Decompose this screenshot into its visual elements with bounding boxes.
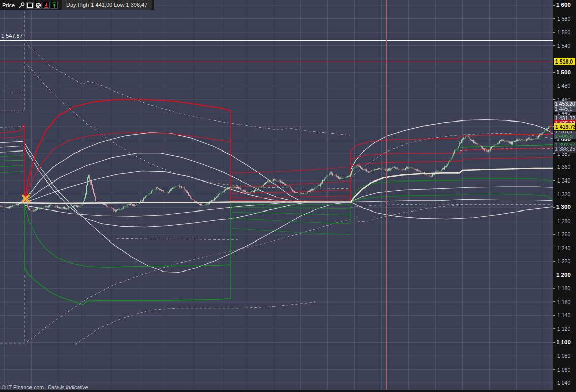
- wrench-icon: [18, 2, 25, 9]
- axis-tick: [553, 275, 555, 275]
- day-high-low-stats: Day:High 1 441,00 Low 1 396,47: [62, 0, 152, 10]
- axis-tick: [553, 45, 555, 46]
- axis-tick: [553, 356, 555, 356]
- axis-price-label: 1 260: [557, 231, 570, 237]
- axis-price-label: 1 320: [557, 191, 570, 197]
- panel-title: Price: [2, 2, 15, 8]
- axis-price-label: 1 580: [557, 16, 570, 22]
- axis-price-label: 1 560: [557, 29, 570, 35]
- axis-price-label: 1 220: [557, 258, 570, 264]
- axis-tick: [553, 153, 555, 154]
- axis-tick: [553, 5, 555, 6]
- axis-price-label: 1 280: [557, 218, 570, 224]
- axis-price-label: 1 060: [557, 367, 570, 373]
- axis-price-label: 1 140: [557, 312, 570, 318]
- axis-tick: [553, 194, 555, 194]
- axis-price-label: 1 300: [556, 204, 571, 210]
- chart-toolbar: Price: [0, 0, 154, 10]
- axis-tick: [553, 234, 555, 235]
- axis-tick: [553, 72, 555, 73]
- axis-price-label: 1 200: [556, 272, 571, 278]
- hline-price-label: 1 547,87: [1, 33, 23, 39]
- axis-price-label: 1 500: [556, 69, 571, 75]
- settings-wrench-button[interactable]: [18, 2, 25, 9]
- price-value-chip: 1 419,73: [554, 123, 576, 131]
- axis-price-label: 1 480: [557, 83, 570, 89]
- maximize-button[interactable]: [26, 2, 34, 9]
- axis-tick: [553, 369, 555, 370]
- axis-price-label: 1 180: [557, 285, 570, 291]
- axis-tick: [553, 113, 555, 113]
- disclaimer-text: Data is indicative: [48, 384, 88, 390]
- export-down-button[interactable]: [43, 2, 50, 9]
- axis-tick: [553, 207, 555, 208]
- axis-tick: [553, 288, 555, 289]
- axis-tick: [553, 140, 555, 140]
- price-value-chip: 1 453,20: [554, 101, 576, 107]
- axis-tick: [553, 99, 555, 100]
- axis-tick: [553, 301, 555, 302]
- axis-price-label: 1 600: [556, 2, 571, 8]
- axis-price-label: 1 240: [557, 245, 570, 251]
- import-up-button[interactable]: [51, 2, 58, 9]
- price-value-chip: 1 386,25: [554, 146, 576, 153]
- arrow-down-icon: [43, 2, 49, 8]
- axis-price-label: 1 120: [557, 326, 570, 332]
- chart-background: [0, 0, 553, 392]
- axis-tick: [553, 383, 555, 383]
- axis-price-label: 1 340: [557, 177, 570, 184]
- axis-price-label: 1 540: [557, 43, 570, 49]
- footer: © IT-Finance.com Data is indicative: [2, 384, 88, 390]
- close-icon: [35, 2, 41, 8]
- maximize-icon: [27, 2, 33, 8]
- axis-tick: [553, 167, 555, 167]
- axis-tick: [553, 221, 555, 221]
- axis-tick: [553, 315, 555, 316]
- chart-window: 1 0401 0601 0801 1001 1201 1401 1601 180…: [0, 0, 576, 392]
- axis-tick: [553, 18, 555, 19]
- price-value-chip: 1 516,0: [554, 57, 576, 66]
- axis-tick: [553, 32, 555, 33]
- copyright-text: © IT-Finance.com: [2, 384, 44, 390]
- axis-tick: [553, 180, 555, 181]
- axis-price-label: 1 360: [557, 164, 570, 170]
- close-button[interactable]: [35, 2, 42, 9]
- axis-price-label: 1 160: [557, 299, 570, 305]
- axis-tick: [553, 248, 555, 248]
- axis-tick: [553, 342, 555, 343]
- axis-price-label: 1 100: [556, 339, 571, 345]
- axis-price-label: 1 040: [557, 380, 570, 386]
- axis-price-label: 1 080: [557, 353, 570, 359]
- arrow-up-icon: [51, 2, 57, 8]
- price-chart[interactable]: [0, 0, 553, 392]
- axis-tick: [553, 261, 555, 262]
- price-axis[interactable]: 1 0401 0601 0801 1001 1201 1401 1601 180…: [553, 0, 576, 392]
- axis-tick: [553, 328, 555, 329]
- axis-tick: [553, 86, 555, 86]
